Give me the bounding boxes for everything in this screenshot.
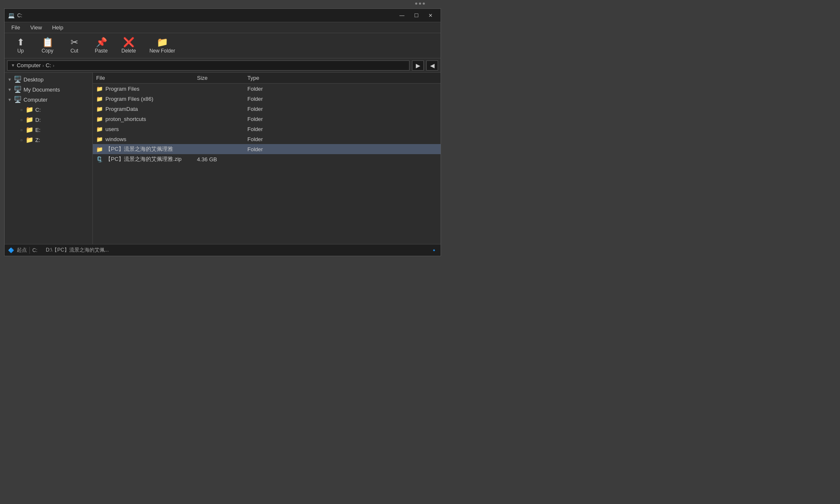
folder-icon-pc-folder: 📁 <box>96 146 103 152</box>
file-name-pc-folder: 【PC】流景之海的艾佩理雅 <box>105 145 173 153</box>
status-right-label: D:\【PC】流景之海的艾佩... <box>46 247 109 254</box>
sidebar-toggle-c: ○ <box>19 108 24 112</box>
sidebar-computer-label: Computer <box>24 97 47 103</box>
up-button[interactable]: ⬆ Up <box>8 35 33 57</box>
file-row-program-data[interactable]: 📁 ProgramData Folder <box>93 104 441 114</box>
file-row-pc-folder[interactable]: 📁 【PC】流景之海的艾佩理雅 Folder <box>93 144 441 154</box>
status-left-label: 起点 <box>17 247 27 254</box>
maximize-button[interactable]: ☐ <box>410 10 423 21</box>
sidebar-d-label: D: <box>35 117 41 123</box>
sidebar-z-label: Z: <box>35 137 40 143</box>
folder-icon-windows: 📁 <box>96 136 103 142</box>
header-size[interactable]: Size <box>197 75 247 81</box>
main-area: ▼ 🖥️ Desktop ▼ 🖥️ My Documents ▼ 🖥️ Comp… <box>5 73 441 244</box>
delete-label: Delete <box>121 48 136 54</box>
up-label: Up <box>17 48 24 54</box>
address-back-button[interactable]: ◀ <box>426 60 438 71</box>
sidebar-toggle-e: ○ <box>19 128 24 132</box>
toolbar: ⬆ Up 📋 Copy ✂ Cut 📌 Paste ❌ Delete 📁 New… <box>5 33 441 58</box>
dot1 <box>415 3 417 5</box>
breadcrumb-computer[interactable]: Computer <box>17 62 41 68</box>
sidebar-item-mydocs[interactable]: ▼ 🖥️ My Documents <box>5 84 92 94</box>
titlebar: 💻 C: — ☐ ✕ <box>5 9 441 22</box>
sidebar-toggle-z: ○ <box>19 138 24 142</box>
header-file[interactable]: File <box>96 75 197 81</box>
file-row-windows[interactable]: 📁 windows Folder <box>93 134 441 144</box>
file-row-users[interactable]: 📁 users Folder <box>93 124 441 134</box>
sidebar-item-c[interactable]: ○ 📁 C: <box>5 105 92 115</box>
up-icon: ⬆ <box>17 38 24 47</box>
sidebar-e-icon: 📁 <box>26 126 34 134</box>
zip-icon-pc-zip: 🗜️ <box>96 156 103 163</box>
file-type-windows: Folder <box>247 136 298 142</box>
close-button[interactable]: ✕ <box>424 10 437 21</box>
menu-help[interactable]: Help <box>48 24 68 32</box>
titlebar-controls: — ☐ ✕ <box>395 10 437 21</box>
addressbar: ▼ Computer › C: › ▶ ◀ <box>5 58 441 73</box>
status-left-path: C: <box>32 247 37 253</box>
sidebar-item-e[interactable]: ○ 📁 E: <box>5 125 92 135</box>
new-folder-label: New Folder <box>150 48 175 54</box>
cut-label: Cut <box>71 48 79 54</box>
paste-button[interactable]: 📌 Paste <box>89 35 114 57</box>
new-folder-icon: 📁 <box>157 38 168 47</box>
sidebar-d-icon: 📁 <box>26 116 34 123</box>
sidebar-toggle-desktop: ▼ <box>7 77 12 82</box>
address-forward-button[interactable]: ▶ <box>412 60 424 71</box>
file-type-pc-folder: Folder <box>247 146 298 152</box>
sidebar-desktop-label: Desktop <box>24 76 44 83</box>
folder-icon-program-files: 📁 <box>96 86 103 92</box>
file-name-program-files: Program Files <box>105 86 139 92</box>
status-divider <box>29 247 30 254</box>
sidebar-item-z[interactable]: ○ 📁 Z: <box>5 135 92 145</box>
folder-icon-proton-shortcuts: 📁 <box>96 116 103 122</box>
file-row-proton-shortcuts[interactable]: 📁 proton_shortcuts Folder <box>93 114 441 124</box>
file-row-program-files[interactable]: 📁 Program Files Folder <box>93 84 441 94</box>
file-name-windows: windows <box>105 136 126 142</box>
file-list: File Size Type 📁 Program Files Folder 📁 … <box>93 73 441 244</box>
sidebar-mydocs-label: My Documents <box>24 87 60 93</box>
sidebar-item-desktop[interactable]: ▼ 🖥️ Desktop <box>5 74 92 84</box>
sidebar-c-label: C: <box>35 107 41 113</box>
header-type[interactable]: Type <box>247 75 298 81</box>
window-title: C: <box>17 13 22 18</box>
file-list-header: File Size Type <box>93 73 441 84</box>
copy-icon: 📋 <box>42 38 53 47</box>
sidebar-z-icon: 📁 <box>26 136 34 144</box>
window-icon: 💻 <box>8 12 15 19</box>
folder-icon-program-data: 📁 <box>96 106 103 112</box>
copy-button[interactable]: 📋 Copy <box>35 35 60 57</box>
menu-view[interactable]: View <box>26 24 46 32</box>
file-type-users: Folder <box>247 126 298 132</box>
breadcrumb-dropdown-icon: ▼ <box>11 63 15 68</box>
file-name-pc-zip: 【PC】流景之海的艾佩理雅.zip <box>105 155 181 163</box>
cut-button[interactable]: ✂ Cut <box>62 35 87 57</box>
file-type-program-data: Folder <box>247 106 298 112</box>
file-type-program-files: Folder <box>247 86 298 92</box>
cut-icon: ✂ <box>71 38 78 47</box>
delete-icon: ❌ <box>123 38 134 47</box>
file-row-pc-zip[interactable]: 🗜️ 【PC】流景之海的艾佩理雅.zip 4.36 GB <box>93 154 441 164</box>
file-name-proton-shortcuts: proton_shortcuts <box>105 116 146 122</box>
delete-button[interactable]: ❌ Delete <box>116 35 142 57</box>
sidebar-desktop-icon: 🖥️ <box>14 76 22 83</box>
sidebar-c-icon: 📁 <box>26 106 34 113</box>
dot3 <box>423 3 425 5</box>
sidebar-item-d[interactable]: ○ 📁 D: <box>5 115 92 125</box>
sidebar-item-computer[interactable]: ▼ 🖥️ Computer <box>5 94 92 105</box>
breadcrumb-sep2: › <box>53 63 55 68</box>
file-row-program-files-x86[interactable]: 📁 Program Files (x86) Folder <box>93 94 441 104</box>
sidebar-toggle-d: ○ <box>19 118 24 122</box>
paste-icon: 📌 <box>96 38 107 47</box>
breadcrumb-c[interactable]: C: <box>46 62 51 68</box>
paste-label: Paste <box>95 48 108 54</box>
status-right-icon: 🔹 <box>431 247 437 253</box>
menu-file[interactable]: File <box>7 24 24 32</box>
new-folder-button[interactable]: 📁 New Folder <box>144 35 181 57</box>
file-size-pc-zip: 4.36 GB <box>197 156 247 163</box>
titlebar-left: 💻 C: <box>8 12 22 19</box>
menubar: File View Help <box>5 22 441 33</box>
minimize-button[interactable]: — <box>395 10 409 21</box>
breadcrumb[interactable]: ▼ Computer › C: › <box>7 60 410 71</box>
file-name-program-files-x86: Program Files (x86) <box>105 96 153 102</box>
